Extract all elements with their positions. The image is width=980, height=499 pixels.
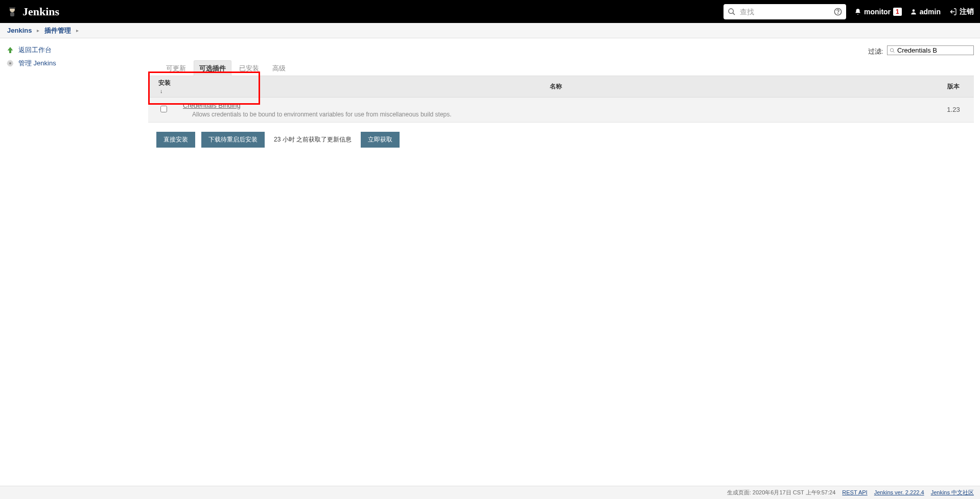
search-icon (728, 8, 736, 16)
logout-label: 注销 (960, 7, 974, 16)
svg-rect-1 (10, 12, 14, 16)
top-header: Jenkins monitor 1 admin 注销 (0, 0, 980, 23)
check-now-button[interactable]: 立即获取 (361, 132, 400, 148)
svg-line-4 (733, 13, 735, 15)
svg-line-10 (893, 51, 895, 53)
col-header-name[interactable]: 名称 (179, 76, 933, 97)
breadcrumb: Jenkins ▸ 插件管理 ▸ (0, 23, 980, 38)
search-icon (890, 47, 895, 54)
tab-available[interactable]: 可选插件 (194, 60, 231, 76)
tab-installed[interactable]: 已安装 (234, 60, 265, 76)
brand-logo[interactable]: Jenkins (6, 5, 59, 18)
update-info-text: 23 小时 之前获取了更新信息 (274, 135, 352, 144)
breadcrumb-sep: ▸ (37, 28, 39, 33)
action-bar: 直接安装 下载待重启后安装 23 小时 之前获取了更新信息 立即获取 (148, 123, 974, 148)
tab-updates[interactable]: 可更新 (160, 60, 192, 76)
monitor-label: monitor (864, 8, 891, 16)
sidebar-item-label[interactable]: 管理 Jenkins (18, 59, 56, 68)
logout-link[interactable]: 注销 (949, 7, 974, 16)
cell-name: Credentials Binding Allows credentials t… (179, 97, 933, 122)
install-now-button[interactable]: 直接安装 (156, 132, 195, 148)
filter-label: 过滤: (868, 47, 883, 55)
side-panel: 返回工作台 管理 Jenkins (0, 38, 148, 158)
logout-icon (949, 8, 957, 16)
search-input[interactable] (740, 8, 830, 16)
user-name: admin (920, 8, 941, 16)
sidebar-item-label[interactable]: 返回工作台 (18, 45, 52, 55)
up-arrow-icon (6, 46, 14, 54)
table-row: Credentials Binding Allows credentials t… (148, 97, 974, 122)
sort-arrow-icon: ↓ (160, 88, 163, 94)
jenkins-logo-icon (6, 6, 18, 18)
search-box[interactable] (724, 4, 846, 19)
brand-text: Jenkins (22, 5, 59, 18)
bell-icon (854, 8, 861, 15)
plugin-description: Allows credentials to be bound to enviro… (183, 111, 929, 118)
sidebar-item-manage[interactable]: 管理 Jenkins (6, 57, 142, 70)
col-header-version[interactable]: 版本 (933, 76, 974, 97)
user-link[interactable]: admin (910, 8, 941, 16)
monitor-link[interactable]: monitor 1 (854, 8, 902, 16)
svg-point-9 (890, 48, 893, 51)
cell-install (148, 97, 179, 122)
svg-rect-2 (9, 7, 15, 9)
help-icon[interactable] (834, 8, 842, 16)
plugin-name-link[interactable]: Credentials Binding (183, 102, 241, 109)
monitor-badge: 1 (893, 8, 902, 16)
cell-version: 1.23 (933, 97, 974, 122)
breadcrumb-sep: ▸ (76, 28, 79, 33)
svg-point-3 (729, 9, 733, 13)
sidebar-item-back[interactable]: 返回工作台 (6, 43, 142, 57)
download-restart-button[interactable]: 下载待重启后安装 (201, 132, 265, 148)
svg-point-6 (838, 13, 838, 14)
plugin-table: 安装↓ 名称 版本 Credentials Binding Allows cre… (148, 76, 974, 123)
user-icon (910, 8, 917, 15)
breadcrumb-item[interactable]: 插件管理 (44, 26, 71, 35)
breadcrumb-item[interactable]: Jenkins (7, 27, 32, 34)
filter-row: 过滤: (148, 42, 974, 60)
col-header-install[interactable]: 安装↓ (148, 76, 179, 97)
gear-icon (6, 59, 14, 67)
tab-advanced[interactable]: 高级 (267, 60, 291, 76)
filter-input[interactable] (897, 46, 971, 54)
tab-bar: 可更新 可选插件 已安装 高级 (160, 60, 974, 76)
svg-point-7 (912, 9, 915, 12)
install-checkbox[interactable] (160, 106, 167, 112)
main-panel: 过滤: 可更新 可选插件 已安装 高级 安装↓ 名称 版本 (148, 38, 980, 158)
